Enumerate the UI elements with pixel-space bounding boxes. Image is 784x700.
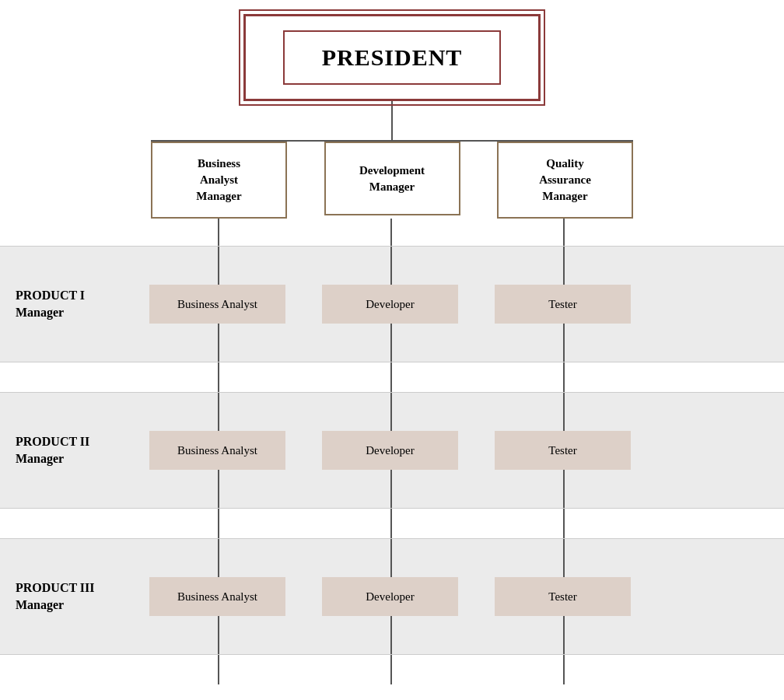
ba-iii-label: Business Analyst: [177, 590, 257, 604]
qa-manager-label: QualityAssuranceManager: [539, 156, 591, 205]
dev-manager-label: DevelopmentManager: [359, 163, 425, 195]
president-to-h-connector: [391, 101, 393, 140]
product-iii-roles: Business Analyst Developer Tester: [113, 577, 784, 616]
v-line-qa-bottom: [563, 655, 565, 684]
v-line-ba-sp1: [218, 362, 219, 392]
product-i-roles: Business Analyst Developer Tester: [113, 285, 784, 324]
dev-manager-box: DevelopmentManager: [324, 142, 460, 215]
product-iii-label: PRODUCT IIIManager: [0, 579, 113, 614]
spacer-1: [0, 362, 784, 392]
tester-iii-col: Tester: [495, 577, 631, 616]
tester-iii-label: Tester: [548, 590, 576, 604]
product-ii-label: PRODUCT IIManager: [0, 433, 113, 468]
ba-manager-box: BusinessAnalystManager: [151, 142, 287, 219]
product-iii-row: PRODUCT IIIManager Business Analyst Deve…: [0, 538, 784, 655]
v-line-qa-sp2: [563, 509, 565, 538]
dev-i-box: Developer: [322, 285, 458, 324]
dev-i-label: Developer: [366, 298, 414, 311]
dev-manager-col: DevelopmentManager: [324, 142, 460, 215]
president-box: PRESIDENT: [243, 14, 541, 101]
tester-i-col: Tester: [495, 285, 631, 324]
v-line-dev-sp2: [390, 509, 392, 538]
v-line-dev-spacer: [390, 219, 392, 246]
tester-ii-box: Tester: [495, 431, 631, 470]
qa-manager-col: QualityAssuranceManager: [497, 142, 633, 219]
dev-i-col: Developer: [322, 285, 458, 324]
ba-i-label: Business Analyst: [177, 298, 257, 311]
spacer-2: [0, 509, 784, 538]
v-line-ba-spacer: [218, 219, 219, 246]
ba-ii-col: Business Analyst: [149, 431, 285, 470]
dev-ii-box: Developer: [322, 431, 458, 470]
tester-i-box: Tester: [495, 285, 631, 324]
president-label: PRESIDENT: [322, 44, 463, 70]
spacer-bottom: [0, 655, 784, 684]
ba-ii-box: Business Analyst: [149, 431, 285, 470]
product-i-label: PRODUCT IManager: [0, 287, 113, 322]
product-ii-roles: Business Analyst Developer Tester: [113, 431, 784, 470]
v-line-dev-bottom: [390, 655, 392, 684]
tester-ii-col: Tester: [495, 431, 631, 470]
v-line-qa-sp1: [563, 362, 565, 392]
qa-manager-box: QualityAssuranceManager: [497, 142, 633, 219]
dev-iii-col: Developer: [322, 577, 458, 616]
tester-iii-box: Tester: [495, 577, 631, 616]
ba-i-col: Business Analyst: [149, 285, 285, 324]
ba-ii-label: Business Analyst: [177, 444, 257, 457]
product-sections: PRODUCT IManager Business Analyst Develo…: [0, 219, 784, 684]
ba-iii-box: Business Analyst: [149, 577, 285, 616]
top-section: PRESIDENT BusinessAnalystManager: [0, 0, 784, 219]
product-i-row: PRODUCT IManager Business Analyst Develo…: [0, 246, 784, 362]
tester-ii-label: Tester: [548, 444, 576, 457]
v-line-ba-sp2: [218, 509, 219, 538]
tester-i-label: Tester: [548, 298, 576, 311]
v-line-dev-sp1: [390, 362, 392, 392]
dev-ii-label: Developer: [366, 444, 414, 457]
org-chart: PRESIDENT BusinessAnalystManager: [0, 0, 784, 700]
ba-manager-col: BusinessAnalystManager: [151, 142, 287, 219]
dev-ii-col: Developer: [322, 431, 458, 470]
manager-row: BusinessAnalystManager DevelopmentManage…: [151, 142, 633, 219]
ba-iii-col: Business Analyst: [149, 577, 285, 616]
dev-iii-label: Developer: [366, 590, 414, 604]
v-line-qa-spacer: [563, 219, 565, 246]
v-line-ba-bottom: [218, 655, 219, 684]
spacer-top: [0, 219, 784, 246]
ba-i-box: Business Analyst: [149, 285, 285, 324]
ba-manager-label: BusinessAnalystManager: [196, 156, 241, 205]
product-ii-row: PRODUCT IIManager Business Analyst Devel…: [0, 392, 784, 509]
dev-iii-box: Developer: [322, 577, 458, 616]
